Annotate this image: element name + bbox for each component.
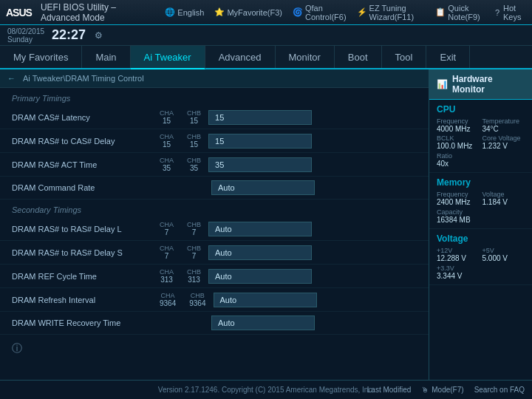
refresh-interval-value[interactable]: Auto <box>214 293 317 307</box>
setting-row-command-rate: DRAM Command Rate Auto <box>0 177 429 200</box>
bios-title: UEFI BIOS Utility – Advanced Mode <box>41 2 156 23</box>
ras-ras-l-name: DRAM RAS# to RAS# Delay L <box>12 225 160 233</box>
primary-timings-label: Primary Timings <box>0 88 429 106</box>
setting-row-write-recovery: DRAM WRITE Recovery Time Auto <box>0 312 429 335</box>
tab-aitweaker[interactable]: Ai Tweaker <box>131 46 205 69</box>
memory-grid: Frequency 2400 MHz Voltage 1.184 V <box>437 191 525 206</box>
fan-icon: 🌀 <box>293 7 303 18</box>
ras-act-channels: CHA35 CHB35 <box>160 157 201 172</box>
toolbar: 🌐 English ⭐ MyFavorite(F3) 🌀 Qfan Contro… <box>165 4 526 21</box>
memory-section: Memory Frequency 2400 MHz Voltage 1.184 … <box>429 173 532 229</box>
cpu-section: CPU Frequency 4000 MHz Temperature 34°C … <box>429 100 532 173</box>
ras-ras-s-value[interactable]: Auto <box>208 245 312 260</box>
english-label: English <box>177 8 204 17</box>
qfan-label: Qfan Control(F6) <box>305 4 347 21</box>
cpu-grid: Frequency 4000 MHz Temperature 34°C BCLK… <box>437 117 525 150</box>
eztuning-label: EZ Tuning Wizard(F11) <box>369 4 426 21</box>
mode-label: Mode(F7) <box>432 386 463 394</box>
refresh-interval-name: DRAM Refresh Interval <box>12 296 160 304</box>
ras-ras-l-value[interactable]: Auto <box>208 222 312 236</box>
hw-monitor-header: 📊 Hardware Monitor <box>429 69 532 100</box>
mem-cap-val: 16384 MB <box>437 216 525 224</box>
breadcrumb-path: Ai Tweaker\DRAM Timing Control <box>23 74 144 83</box>
cpu-ratio-val: 40x <box>437 160 525 168</box>
voltage-section-title: Voltage <box>437 233 525 244</box>
mode-item[interactable]: 🖱 Mode(F7) <box>421 386 463 394</box>
refresh-interval-channels: CHA9364 CHB9364 <box>160 292 206 307</box>
write-recovery-value[interactable]: Auto <box>211 316 315 330</box>
tab-monitor[interactable]: Monitor <box>276 46 335 68</box>
info-area: ⓘ <box>0 335 429 363</box>
cpu-section-title: CPU <box>437 104 525 115</box>
v33-val: 3.344 V <box>437 272 525 280</box>
english-toolbar-item[interactable]: 🌐 English <box>165 7 204 18</box>
voltage-grid: +12V 12.288 V +5V 5.000 V <box>437 247 525 262</box>
ras-act-time-value[interactable]: 35 <box>208 157 312 172</box>
ras-cas-channels: CHA15 CHB15 <box>160 133 201 149</box>
ras-ras-s-name: DRAM RAS# to RAS# Delay S <box>12 248 160 257</box>
quicknote-label: Quick Note(F9) <box>448 4 483 21</box>
lightning-icon: ⚡ <box>357 7 367 18</box>
setting-row-cas-latency: DRAM CAS# Latency CHA15 CHB15 15 <box>0 106 429 129</box>
hotkeys-toolbar-item[interactable]: ? Hot Keys <box>494 4 526 21</box>
cpu-freq-val: 4000 MHz <box>437 125 480 133</box>
mem-freq-label: Frequency <box>437 191 480 198</box>
tab-advanced[interactable]: Advanced <box>205 46 276 68</box>
tab-myfavorites[interactable]: My Favorites <box>0 46 82 68</box>
tab-tool[interactable]: Tool <box>382 46 427 68</box>
back-arrow[interactable]: ← <box>7 74 16 83</box>
hotkeys-label: Hot Keys <box>503 4 526 21</box>
cpu-corevolt-label: Core Voltage <box>482 134 525 142</box>
setting-row-ras-ras-s: DRAM RAS# to RAS# Delay S CHA7 CHB7 Auto <box>0 241 429 265</box>
secondary-timings-label: Secondary Timings <box>0 200 429 217</box>
left-panel: ← Ai Tweaker\DRAM Timing Control Primary… <box>0 69 429 380</box>
ref-cycle-channels: CHA313 CHB313 <box>160 268 201 284</box>
write-recovery-name: DRAM WRITE Recovery Time <box>12 318 160 327</box>
asus-logo: ASUS <box>6 7 32 18</box>
cpu-freq-label: Frequency <box>437 117 480 125</box>
myfavorite-toolbar-item[interactable]: ⭐ MyFavorite(F3) <box>214 7 282 18</box>
nav-bar: My Favorites Main Ai Tweaker Advanced Mo… <box>0 46 532 69</box>
cpu-ratio-label: Ratio <box>437 152 525 160</box>
ras-ras-l-channels: CHA7 CHB7 <box>160 221 201 236</box>
cpu-bclk-label: BCLK <box>437 134 480 142</box>
ref-cycle-name: DRAM REF Cycle Time <box>12 272 160 281</box>
hw-monitor-title: Hardware Monitor <box>452 74 525 95</box>
ras-cas-delay-name: DRAM RAS# to CAS# Delay <box>12 137 160 146</box>
settings-icon[interactable]: ⚙ <box>95 30 103 41</box>
ras-act-time-name: DRAM RAS# ACT Time <box>12 160 160 169</box>
voltage-section: Voltage +12V 12.288 V +5V 5.000 V +3.3V … <box>429 229 532 285</box>
tab-exit[interactable]: Exit <box>426 46 470 68</box>
myfavorite-label: MyFavorite(F3) <box>227 8 282 17</box>
datetime-bar: 08/02/2015 Sunday 22:27 ⚙ <box>0 25 532 46</box>
qfan-toolbar-item[interactable]: 🌀 Qfan Control(F6) <box>293 4 347 21</box>
cas-latency-value[interactable]: 15 <box>208 110 312 125</box>
mode-icon: 🖱 <box>421 386 429 394</box>
eztuning-toolbar-item[interactable]: ⚡ EZ Tuning Wizard(F11) <box>357 4 426 21</box>
tab-boot[interactable]: Boot <box>335 46 382 68</box>
v33-label: +3.3V <box>437 265 525 272</box>
cpu-corevolt-val: 1.232 V <box>482 142 525 150</box>
tab-main[interactable]: Main <box>82 46 130 68</box>
search-label: Search on FAQ <box>474 386 525 394</box>
hw-monitor-icon: 📊 <box>437 79 448 89</box>
search-item[interactable]: Search on FAQ <box>474 386 525 394</box>
setting-row-ras-cas-delay: DRAM RAS# to CAS# Delay CHA15 CHB15 15 <box>0 129 429 153</box>
breadcrumb: ← Ai Tweaker\DRAM Timing Control <box>0 69 429 88</box>
cas-channels: CHA15 CHB15 <box>160 109 201 125</box>
v5-val: 5.000 V <box>482 254 525 262</box>
setting-row-ras-act-time: DRAM RAS# ACT Time CHA35 CHB35 35 <box>0 153 429 177</box>
command-rate-value[interactable]: Auto <box>211 180 315 195</box>
setting-row-refresh-interval: DRAM Refresh Interval CHA9364 CHB9364 Au… <box>0 288 429 312</box>
version-text: Version 2.17.1246. Copyright (C) 2015 Am… <box>158 386 374 394</box>
cas-latency-name: DRAM CAS# Latency <box>12 113 160 122</box>
star-icon: ⭐ <box>214 7 225 18</box>
ras-ras-s-channels: CHA7 CHB7 <box>160 245 201 260</box>
quicknote-toolbar-item[interactable]: 📋 Quick Note(F9) <box>435 4 483 21</box>
time-display: 22:27 <box>52 27 86 43</box>
ras-cas-delay-value[interactable]: 15 <box>208 134 312 149</box>
setting-row-ref-cycle: DRAM REF Cycle Time CHA313 CHB313 Auto <box>0 265 429 288</box>
main-layout: ← Ai Tweaker\DRAM Timing Control Primary… <box>0 69 532 380</box>
ref-cycle-value[interactable]: Auto <box>208 269 312 284</box>
mem-volt-label: Voltage <box>482 191 525 198</box>
